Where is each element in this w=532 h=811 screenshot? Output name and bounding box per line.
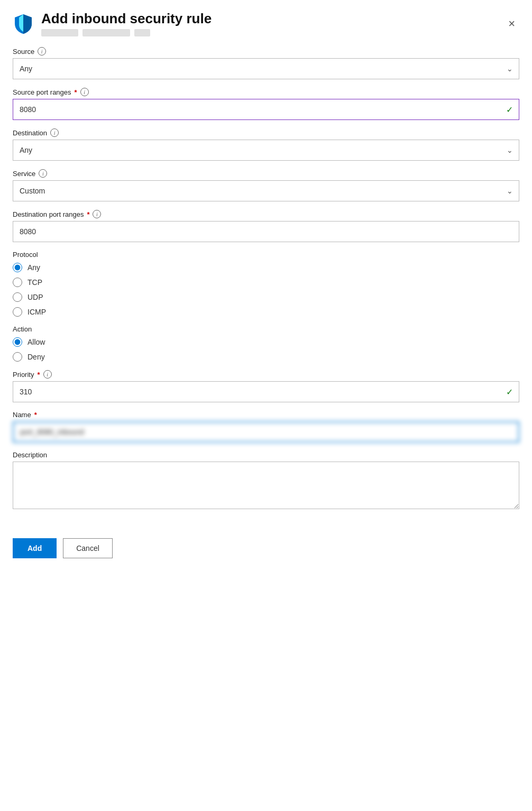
action-deny-label: Deny <box>27 353 45 361</box>
service-group: Service i Custom HTTP HTTPS SSH RDP ⌄ <box>13 169 519 201</box>
priority-group: Priority * i ✓ <box>13 370 519 402</box>
name-input[interactable] <box>13 421 519 443</box>
protocol-icmp-label: ICMP <box>27 308 46 316</box>
protocol-icmp-radio[interactable] <box>13 307 22 317</box>
subtitle-pill-3 <box>134 29 150 36</box>
service-select-wrapper: Custom HTTP HTTPS SSH RDP ⌄ <box>13 180 519 201</box>
priority-input[interactable] <box>13 381 519 402</box>
destination-select[interactable]: Any IP Addresses Service Tag Application… <box>13 140 519 161</box>
cancel-button[interactable]: Cancel <box>63 538 113 558</box>
form-body: Source i Any IP Addresses Service Tag Ap… <box>0 42 532 530</box>
description-group: Description <box>13 451 519 511</box>
action-allow-label: Allow <box>27 338 45 346</box>
action-allow-radio[interactable] <box>13 337 22 347</box>
source-port-info-icon[interactable]: i <box>80 88 89 96</box>
panel-header: Add inbound security rule × <box>0 0 532 42</box>
protocol-tcp-radio[interactable] <box>13 278 22 287</box>
shield-icon <box>13 13 34 34</box>
close-button[interactable]: × <box>504 16 519 32</box>
dest-port-required: * <box>87 210 89 218</box>
dest-port-input-wrapper <box>13 221 519 242</box>
source-port-input[interactable] <box>13 99 519 120</box>
source-group: Source i Any IP Addresses Service Tag Ap… <box>13 47 519 79</box>
action-label: Action <box>13 325 519 333</box>
destination-select-wrapper: Any IP Addresses Service Tag Application… <box>13 140 519 161</box>
dest-port-ranges-group: Destination port ranges * i <box>13 210 519 242</box>
source-select-wrapper: Any IP Addresses Service Tag Application… <box>13 58 519 79</box>
protocol-radio-group: Any TCP UDP ICMP <box>13 263 519 317</box>
source-label: Source i <box>13 47 519 56</box>
protocol-icmp-item[interactable]: ICMP <box>13 307 519 317</box>
protocol-tcp-item[interactable]: TCP <box>13 278 519 287</box>
protocol-udp-label: UDP <box>27 293 43 301</box>
panel-title: Add inbound security rule <box>41 11 212 27</box>
protocol-tcp-label: TCP <box>27 278 42 287</box>
protocol-section: Protocol Any TCP UDP ICMP <box>13 251 519 317</box>
name-required: * <box>34 411 37 419</box>
source-port-ranges-label: Source port ranges * i <box>13 88 519 96</box>
protocol-any-radio[interactable] <box>13 263 22 272</box>
dest-port-ranges-label: Destination port ranges * i <box>13 210 519 218</box>
source-port-check-icon: ✓ <box>506 105 513 115</box>
add-button[interactable]: Add <box>13 538 57 558</box>
destination-info-icon[interactable]: i <box>50 128 59 137</box>
priority-input-wrapper: ✓ <box>13 381 519 402</box>
protocol-any-label: Any <box>27 263 40 272</box>
dest-port-info-icon[interactable]: i <box>93 210 101 218</box>
action-deny-item[interactable]: Deny <box>13 352 519 362</box>
subtitle-pill-2 <box>82 29 130 36</box>
add-inbound-security-rule-panel: Add inbound security rule × Source i Any… <box>0 0 532 571</box>
action-allow-item[interactable]: Allow <box>13 337 519 347</box>
priority-info-icon[interactable]: i <box>43 370 52 379</box>
protocol-udp-item[interactable]: UDP <box>13 292 519 302</box>
service-label: Service i <box>13 169 519 178</box>
header-left: Add inbound security rule <box>13 11 212 36</box>
subtitle-pill-1 <box>41 29 78 36</box>
source-port-input-wrapper: ✓ <box>13 99 519 120</box>
description-textarea[interactable] <box>13 462 519 509</box>
service-select[interactable]: Custom HTTP HTTPS SSH RDP <box>13 180 519 201</box>
source-port-required: * <box>75 88 77 96</box>
description-label: Description <box>13 451 519 459</box>
header-subtitle <box>41 29 212 36</box>
destination-label: Destination i <box>13 128 519 137</box>
priority-required: * <box>37 371 40 379</box>
action-deny-radio[interactable] <box>13 352 22 362</box>
name-label: Name * <box>13 411 519 419</box>
action-radio-group: Allow Deny <box>13 337 519 362</box>
priority-check-icon: ✓ <box>506 387 513 397</box>
dest-port-input[interactable] <box>13 221 519 242</box>
protocol-udp-radio[interactable] <box>13 292 22 302</box>
header-title-block: Add inbound security rule <box>41 11 212 36</box>
action-section: Action Allow Deny <box>13 325 519 362</box>
priority-label: Priority * i <box>13 370 519 379</box>
protocol-any-item[interactable]: Any <box>13 263 519 272</box>
name-group: Name * <box>13 411 519 443</box>
service-info-icon[interactable]: i <box>39 169 47 178</box>
destination-group: Destination i Any IP Addresses Service T… <box>13 128 519 161</box>
source-port-ranges-group: Source port ranges * i ✓ <box>13 88 519 120</box>
footer-buttons: Add Cancel <box>0 530 532 571</box>
source-info-icon[interactable]: i <box>38 47 46 56</box>
source-select[interactable]: Any IP Addresses Service Tag Application… <box>13 58 519 79</box>
protocol-label: Protocol <box>13 251 519 259</box>
